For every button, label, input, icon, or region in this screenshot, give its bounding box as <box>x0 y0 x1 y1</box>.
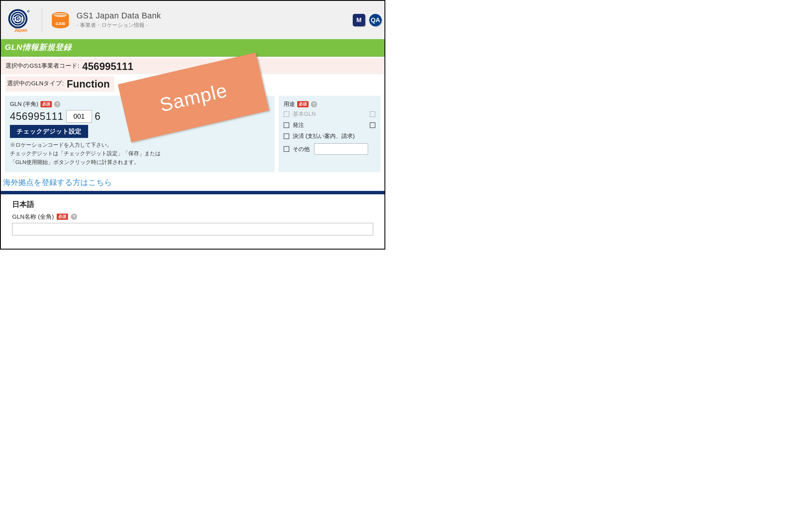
gs1-japan-logo: GS1 Japan <box>6 8 42 33</box>
svg-text:Japan: Japan <box>14 28 27 32</box>
japanese-heading: 日本語 <box>12 200 373 209</box>
manual-icon[interactable]: M <box>353 14 365 26</box>
selected-code-label: 選択中のGS1事業者コード: <box>5 62 79 69</box>
required-badge: 必須 <box>297 101 308 107</box>
selected-gln-type-row: 選択中のGLNタイプ: Function <box>5 76 114 92</box>
gln-field-label: GLN (半角) <box>10 100 38 108</box>
usage-other-input[interactable] <box>314 143 368 155</box>
selected-company-code-row: 選択中のGS1事業者コード: 456995111 <box>1 58 385 74</box>
selected-code-value: 456995111 <box>82 61 133 73</box>
app-subtitle: - 事業者・ロケーション情報 - <box>76 21 161 29</box>
checkbox-icon[interactable] <box>284 146 289 152</box>
help-icon[interactable]: ? <box>311 101 317 107</box>
checkbox-icon[interactable] <box>284 122 289 128</box>
gln-prefix: 456995111 <box>10 111 63 122</box>
usage-option-order[interactable]: 発注 <box>284 121 375 129</box>
header: GS1 Japan GJDB GS1 Japan Data Bank - 事業者… <box>1 1 385 39</box>
help-icon[interactable]: ? <box>54 101 60 107</box>
gln-name-label: GLN名称 (全角) <box>12 213 54 221</box>
check-digit-value: 6 <box>95 111 100 122</box>
checkbox-icon[interactable] <box>284 133 289 139</box>
usage-panel: 用途 必須 ? 基本GLN 発注 決済 (支払い案内、請求) <box>278 96 380 172</box>
gjdb-logo-icon: GJDB <box>49 9 71 31</box>
usage-option-basic: 基本GLN <box>284 110 375 118</box>
required-badge: 必須 <box>57 214 68 220</box>
hint-line-1: ※ロケーションコードを入力して下さい。 <box>10 141 270 149</box>
app-frame: GS1 Japan GJDB GS1 Japan Data Bank - 事業者… <box>0 0 385 250</box>
location-code-input[interactable] <box>66 110 92 123</box>
required-badge: 必須 <box>41 101 52 107</box>
hint-line-2: チェックデジットは「チェックデジット設定」「保存」または <box>10 149 270 158</box>
set-check-digit-button[interactable]: チェックデジット設定 <box>10 125 88 138</box>
usage-option-other[interactable]: その他 <box>284 143 375 155</box>
selected-type-value: Function <box>67 78 110 90</box>
svg-text:GJDB: GJDB <box>56 22 65 26</box>
checkbox-icon <box>284 111 289 117</box>
gln-panel: GLN (半角) 必須 ? 456995111 6 チェックデジット設定 ※ロケ… <box>5 96 275 172</box>
hint-line-3: 「GLN使用開始」ボタンクリック時に計算されます。 <box>10 158 270 166</box>
usage-option-payment[interactable]: 決済 (支払い案内、請求) <box>284 132 375 140</box>
svg-point-5 <box>28 11 29 12</box>
usage-label: 用途 <box>284 100 295 108</box>
selected-type-label: 選択中のGLNタイプ: <box>7 80 64 86</box>
svg-text:GS1: GS1 <box>12 16 24 23</box>
checkbox-icon <box>370 111 375 117</box>
help-icon[interactable]: ? <box>71 214 77 220</box>
app-title: GS1 Japan Data Bank <box>76 11 161 20</box>
gln-name-input[interactable] <box>12 223 373 235</box>
page-title: GLN情報新規登録 <box>1 39 385 57</box>
qa-icon[interactable]: QA <box>369 14 382 26</box>
section-divider <box>1 191 385 194</box>
checkbox-icon[interactable] <box>370 122 375 128</box>
japanese-section: 日本語 GLN名称 (全角) 必須 ? <box>1 194 385 235</box>
overseas-register-link[interactable]: 海外拠点を登録する方はこちら <box>3 177 112 188</box>
